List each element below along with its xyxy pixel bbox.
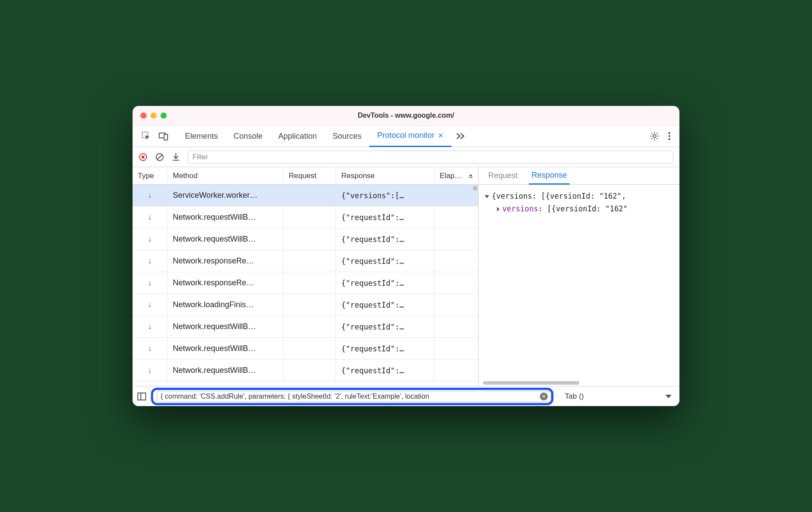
message-table: Type Method Request Response Elap… ↓Serv… (133, 167, 478, 386)
svg-point-6 (668, 138, 670, 140)
table-body[interactable]: ↓ServiceWorker.worker…{"versions":[…↓Net… (133, 185, 478, 386)
detail-tab-request[interactable]: Request (486, 167, 520, 185)
svg-rect-11 (469, 177, 472, 178)
close-tab-icon[interactable]: ✕ (438, 132, 444, 140)
table-row[interactable]: ↓Network.responseRe…{"requestId":… (133, 250, 478, 272)
cell-type: ↓ (133, 316, 168, 337)
col-response[interactable]: Response (336, 167, 434, 184)
detail-tabs: Request Response (479, 167, 679, 185)
tab-application[interactable]: Application (270, 125, 325, 147)
cell-response: {"requestId":… (336, 316, 434, 337)
tab-console[interactable]: Console (226, 125, 270, 147)
panel-tabbar: Elements Console Application Sources Pro… (133, 125, 679, 147)
clear-button[interactable] (155, 153, 164, 161)
download-button[interactable] (172, 153, 180, 161)
tab-sources[interactable]: Sources (325, 125, 369, 147)
device-toolbar-icon[interactable] (159, 132, 168, 140)
expand-toggle-icon[interactable] (485, 195, 489, 198)
cell-type: ↓ (133, 360, 168, 381)
table-row[interactable]: ↓Network.requestWillB…{"requestId":… (133, 316, 478, 338)
detail-tab-response[interactable]: Response (529, 167, 570, 185)
clear-input-icon[interactable]: ✕ (540, 393, 548, 400)
more-tabs-button[interactable] (452, 125, 469, 147)
toggle-drawer-icon[interactable] (137, 392, 147, 401)
cell-request (284, 294, 336, 316)
table-row[interactable]: ↓Network.requestWillB…{"requestId":… (133, 207, 478, 228)
detail-body: {versions: [{versionId: "162", versions:… (479, 185, 679, 380)
cell-method: ServiceWorker.worker… (168, 185, 284, 206)
cell-type: ↓ (133, 250, 168, 272)
cell-method: Network.requestWillB… (168, 228, 284, 250)
footer-bar: ✕ Tab () (133, 386, 679, 406)
cell-response: {"requestId":… (336, 360, 434, 381)
horizontal-scrollbar[interactable] (483, 381, 579, 385)
svg-rect-12 (138, 393, 146, 400)
more-options-icon[interactable] (668, 132, 671, 140)
tab-protocol-monitor[interactable]: Protocol monitor ✕ (369, 125, 452, 147)
filter-input[interactable] (188, 151, 673, 164)
cell-request (284, 338, 336, 359)
cell-response: {"requestId":… (336, 272, 434, 294)
cell-elap (434, 185, 478, 206)
cell-response: {"requestId":… (336, 294, 434, 316)
col-method[interactable]: Method (168, 167, 284, 184)
cell-type: ↓ (133, 294, 168, 316)
cell-method: Network.responseRe… (168, 272, 284, 294)
cell-method: Network.requestWillB… (168, 360, 284, 381)
col-elapsed[interactable]: Elap… (434, 167, 478, 184)
inspect-element-icon[interactable] (141, 131, 151, 141)
cell-type: ↓ (133, 228, 168, 250)
tree-root[interactable]: {versions: [{versionId: "162", (485, 190, 673, 203)
cell-response: {"versions":[… (336, 185, 434, 206)
protocol-toolbar (133, 147, 679, 167)
cell-method: Network.requestWillB… (168, 316, 284, 337)
svg-line-10 (157, 154, 162, 160)
cell-elap (434, 250, 478, 272)
cell-elap (434, 360, 478, 381)
table-row[interactable]: ↓ServiceWorker.worker…{"versions":[… (133, 185, 478, 207)
cell-response: {"requestId":… (336, 250, 434, 272)
tab-elements[interactable]: Elements (177, 125, 226, 147)
tree-child[interactable]: versions: [{versionId: "162" (485, 203, 673, 215)
svg-rect-2 (164, 134, 168, 140)
devtools-window: DevTools - www.google.com/ Elements Cons… (133, 106, 679, 406)
cell-response: {"requestId":… (336, 207, 434, 228)
table-row[interactable]: ↓Network.requestWillB…{"requestId":… (133, 360, 478, 382)
table-row[interactable]: ↓Network.loadingFinis…{"requestId":… (133, 294, 478, 316)
cell-method: Network.loadingFinis… (168, 294, 284, 316)
cell-method: Network.requestWillB… (168, 207, 284, 228)
footer-tab-label: Tab () (565, 392, 584, 401)
table-row[interactable]: ↓Network.requestWillB…{"requestId":… (133, 228, 478, 250)
table-row[interactable]: ↓Network.responseRe…{"requestId":… (133, 272, 478, 294)
close-window-button[interactable] (140, 112, 147, 119)
svg-point-5 (668, 135, 670, 137)
cell-request (284, 272, 336, 294)
cell-request (284, 185, 336, 206)
minimize-window-button[interactable] (150, 112, 157, 119)
settings-gear-icon[interactable] (650, 131, 659, 141)
record-button[interactable] (139, 153, 147, 161)
cell-type: ↓ (133, 185, 168, 206)
cell-type: ↓ (133, 207, 168, 228)
window-title: DevTools - www.google.com/ (133, 112, 679, 119)
command-input[interactable] (157, 391, 551, 402)
detail-pane: Request Response {versions: [{versionId:… (479, 167, 679, 386)
cell-method: Network.requestWillB… (168, 338, 284, 359)
table-row[interactable]: ↓Network.requestWillB…{"requestId":… (133, 338, 478, 360)
col-type[interactable]: Type (133, 167, 168, 184)
cell-elap (434, 272, 478, 294)
svg-point-3 (653, 135, 656, 138)
chevron-down-icon[interactable] (665, 395, 672, 398)
traffic-lights (140, 112, 167, 119)
cell-elap (434, 338, 478, 359)
expand-toggle-icon[interactable] (497, 207, 500, 211)
col-request[interactable]: Request (284, 167, 336, 184)
maximize-window-button[interactable] (161, 112, 167, 119)
cell-request (284, 360, 336, 381)
cell-request (284, 250, 336, 272)
cell-request (284, 228, 336, 250)
cell-method: Network.responseRe… (168, 250, 284, 272)
vertical-scrollbar[interactable] (473, 186, 477, 191)
cell-type: ↓ (133, 338, 168, 359)
cell-elap (434, 316, 478, 337)
